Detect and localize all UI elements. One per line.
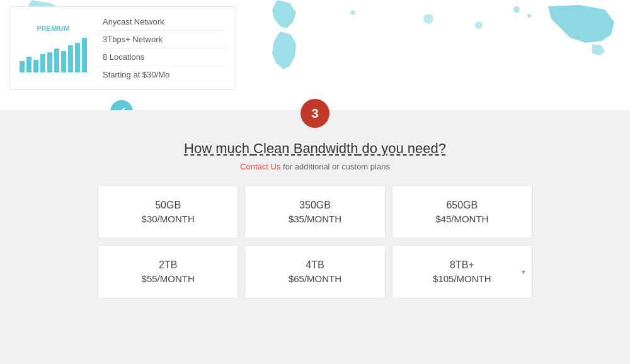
plan-2tb[interactable]: 2TB $55/MONTH bbox=[98, 245, 238, 299]
plans-grid-row1: 50GB $30/MONTH 350GB $35/MONTH 650GB $45… bbox=[0, 185, 630, 239]
svg-point-1 bbox=[527, 14, 531, 18]
title-before: How much bbox=[184, 140, 253, 156]
bandwidth-title: How much Clean Bandwidth do you need? bbox=[0, 140, 630, 157]
plan-8tb[interactable]: 8TB+ $105/MONTH ▾ bbox=[392, 245, 532, 299]
plan-350gb[interactable]: 350GB $35/MONTH bbox=[244, 185, 385, 239]
feature-locations: 8 Locations bbox=[96, 48, 226, 66]
svg-point-0 bbox=[513, 6, 520, 13]
plan-2tb-size: 2TB bbox=[108, 259, 228, 271]
plan-50gb-price: $30/MONTH bbox=[108, 213, 228, 224]
plans-grid-row2: 2TB $55/MONTH 4TB $65/MONTH 8TB+ $105/MO… bbox=[0, 245, 630, 299]
scroll-down-icon: ▾ bbox=[522, 268, 525, 276]
plan-8tb-size: 8TB+ bbox=[402, 259, 522, 271]
contact-line: Contact Us for additional or custom plan… bbox=[0, 162, 630, 171]
plan-650gb[interactable]: 650GB $45/MONTH bbox=[392, 185, 532, 239]
plan-4tb-size: 4TB bbox=[255, 259, 375, 271]
bottom-content: How much Clean Bandwidth do you need? Co… bbox=[0, 110, 630, 299]
plan-650gb-price: $45/MONTH bbox=[402, 213, 522, 224]
feature-network: 3Tbps+ Network bbox=[96, 31, 226, 48]
plan-4tb[interactable]: 4TB $65/MONTH bbox=[244, 245, 385, 299]
plan-4tb-price: $65/MONTH bbox=[255, 273, 375, 284]
contact-link[interactable]: Contact Us bbox=[240, 162, 280, 171]
plan-350gb-size: 350GB bbox=[255, 200, 375, 211]
plan-50gb-size: 50GB bbox=[108, 200, 228, 211]
premium-card: PREMIUM Anycast Network 3Tbps+ Network 8… bbox=[9, 6, 236, 90]
plan-650gb-size: 650GB bbox=[402, 200, 522, 211]
title-highlight: Clean Bandwidth bbox=[253, 140, 358, 156]
svg-point-2 bbox=[475, 21, 483, 29]
chart-bars bbox=[20, 35, 87, 72]
feature-anycast: Anycast Network bbox=[96, 13, 226, 31]
svg-point-3 bbox=[423, 14, 433, 24]
plan-350gb-price: $35/MONTH bbox=[255, 213, 375, 224]
plan-8tb-price: $105/MONTH bbox=[402, 273, 522, 284]
title-after: do you need? bbox=[358, 140, 445, 156]
step-3-circle: 3 bbox=[301, 99, 329, 128]
premium-chart: PREMIUM bbox=[20, 25, 87, 72]
svg-point-4 bbox=[350, 10, 355, 15]
bottom-section: 3 How much Clean Bandwidth do you need? … bbox=[0, 110, 630, 364]
feature-starting: Starting at $30/Mo bbox=[96, 66, 226, 83]
premium-label: PREMIUM bbox=[20, 25, 87, 32]
premium-features: Anycast Network 3Tbps+ Network 8 Locatio… bbox=[96, 13, 226, 83]
contact-text: for additional or custom plans bbox=[283, 162, 390, 171]
plan-2tb-price: $55/MONTH bbox=[108, 273, 228, 284]
top-section: PREMIUM Anycast Network 3Tbps+ Network 8… bbox=[0, 0, 630, 110]
plan-50gb[interactable]: 50GB $30/MONTH bbox=[98, 185, 238, 239]
